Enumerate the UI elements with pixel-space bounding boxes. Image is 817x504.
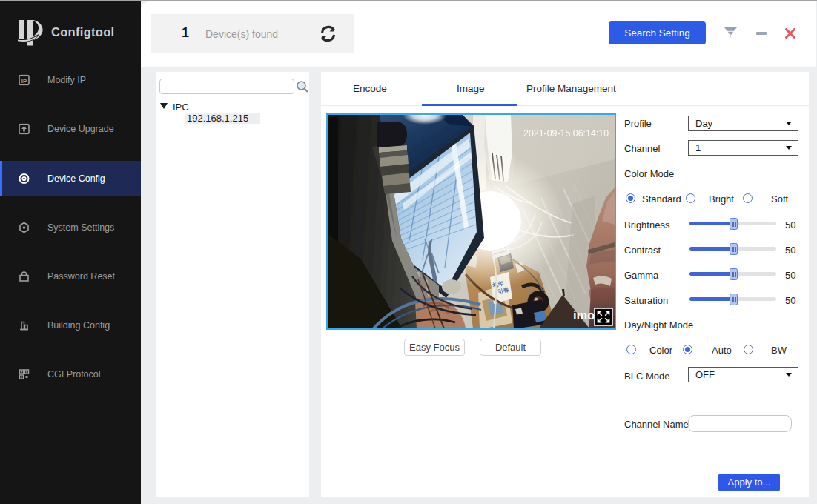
- svg-text:IP: IP: [22, 78, 27, 84]
- svg-text:2021-09-15 06:14:10: 2021-09-15 06:14:10: [523, 128, 609, 139]
